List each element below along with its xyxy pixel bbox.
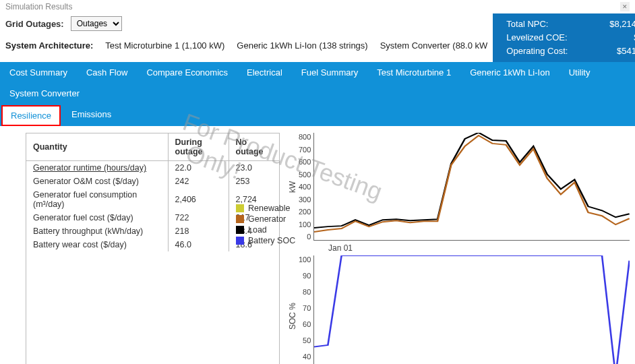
op-label: Operating Cost: — [506, 44, 568, 58]
grid-outages-label: Grid Outages: — [5, 19, 64, 29]
table-row: Generator runtime (hours/day)22.023.0 — [26, 161, 279, 175]
tabstrip: Cost SummaryCash FlowCompare EconomicsEl… — [0, 62, 635, 126]
tab-electrical[interactable]: Electrical — [237, 62, 292, 83]
resilience-table: Quantity During outage No outage Generat… — [26, 133, 280, 364]
chart-legend: RenewableGeneratorLoadBattery SOC — [236, 202, 295, 247]
table-row: Generator O&M cost ($/day)242253 — [26, 175, 279, 188]
arch-liion: Generic 1kWh Li-Ion (138 strings) — [237, 40, 367, 51]
kw-chart: kW 8007006005004003002001000 — [286, 133, 630, 241]
tab-compare-economics[interactable]: Compare Economics — [137, 62, 237, 83]
cell-during: 22.0 — [168, 161, 229, 175]
cost-summary-box: Total NPC:$8,214,640.00 Levelized COE:$0… — [493, 13, 635, 62]
legend-load: Load — [236, 225, 295, 235]
outages-select[interactable]: Outages — [71, 16, 122, 31]
cell-during: 2,406 — [168, 188, 229, 211]
arch-converter: System Converter (88.0 kW — [380, 40, 488, 51]
cell-noout: 23.0 — [229, 161, 279, 175]
npc-label: Total NPC: — [506, 18, 548, 31]
legend-renewable: Renewable — [236, 204, 295, 213]
coe-label: Levelized COE: — [506, 31, 567, 44]
tab-cash-flow[interactable]: Cash Flow — [77, 62, 137, 83]
cell-quantity: Battery wear cost ($/day) — [26, 238, 168, 251]
window-title: Simulation Results — [5, 2, 72, 11]
op-value: $541,901.90 — [617, 44, 635, 58]
legend-battery: Battery SOC — [236, 236, 295, 245]
soc-ylabel: SOC % — [286, 255, 299, 364]
system-architecture-label: System Architecture: — [5, 40, 93, 51]
cell-during: 722 — [168, 211, 229, 224]
npc-value: $8,214,640.00 — [609, 18, 635, 31]
col-quantity: Quantity — [26, 133, 168, 161]
arch-microturbine: Test Microturbine 1 (1,100 kW) — [105, 40, 224, 51]
cell-during: 46.0 — [168, 238, 229, 251]
cell-quantity: Generator fuel cost ($/day) — [26, 211, 168, 224]
cell-quantity: Generator O&M cost ($/day) — [26, 175, 168, 188]
soc-chart: SOC % 10090807060504030 — [286, 255, 630, 364]
legend-generator: Generator — [236, 214, 295, 224]
tab-system-converter[interactable]: System Converter — [0, 83, 89, 104]
tab-fuel-summary[interactable]: Fuel Summary — [292, 62, 368, 83]
cell-during: 242 — [168, 175, 229, 188]
tab-cost-summary[interactable]: Cost Summary — [0, 62, 77, 83]
cell-during: 218 — [168, 224, 229, 238]
cell-quantity: Battery throughput (kWh/day) — [26, 224, 168, 238]
close-button[interactable]: ✕ — [620, 2, 630, 11]
tab-test-microturbine-1[interactable]: Test Microturbine 1 — [367, 62, 460, 83]
kw-xlabel: Jan 01 — [328, 243, 630, 253]
cell-quantity: Generator runtime (hours/day) — [26, 161, 168, 175]
col-during: During outage — [168, 133, 229, 161]
cell-quantity: Generator fuel consumption (m³/day) — [26, 188, 168, 211]
tab-resilience[interactable]: Resilience — [1, 105, 61, 126]
tab-emissions[interactable]: Emissions — [62, 104, 121, 126]
cell-noout: 253 — [229, 175, 279, 188]
tab-utility[interactable]: Utility — [560, 62, 600, 83]
col-noout: No outage — [229, 133, 279, 161]
tab-generic-1kwh-li-ion[interactable]: Generic 1kWh Li-Ion — [460, 62, 560, 83]
